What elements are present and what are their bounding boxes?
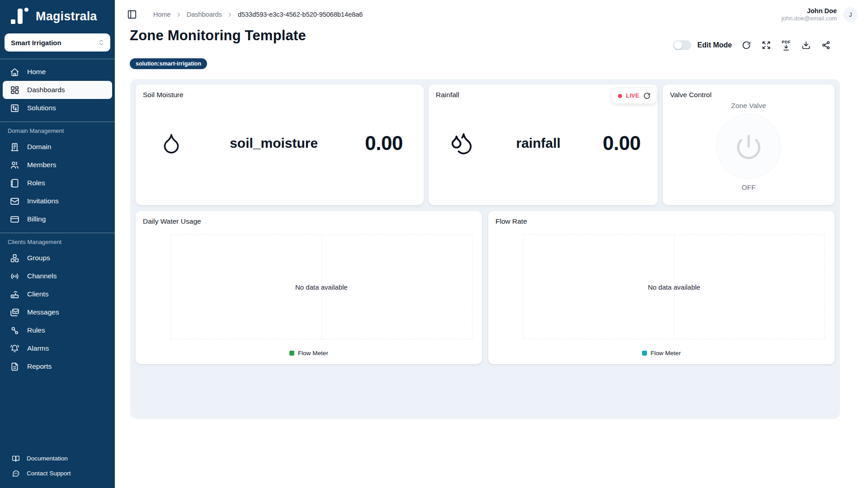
sidebar-item-clients[interactable]: Clients xyxy=(0,285,115,303)
download-icon xyxy=(802,41,811,50)
expand-icon xyxy=(762,41,771,50)
user-email: john.doe@email.com xyxy=(782,15,837,22)
users-icon xyxy=(10,160,19,170)
logo: Magistrala xyxy=(0,0,115,31)
chart-plot-area: No data available xyxy=(523,235,825,339)
building-icon xyxy=(10,142,19,152)
book-open-icon xyxy=(12,455,20,463)
sidebar-item-label: Alarms xyxy=(27,344,49,352)
legend-label: Flow Meter xyxy=(298,350,328,357)
sidebar-item-contact-support[interactable]: Contact Support xyxy=(0,466,115,481)
refresh-button[interactable] xyxy=(736,38,756,52)
boxes-icon xyxy=(10,253,19,263)
sidebar-item-groups[interactable]: Groups xyxy=(0,249,115,267)
breadcrumb-home[interactable]: Home xyxy=(153,11,171,18)
share-button[interactable] xyxy=(816,38,836,52)
chart-legend: Flow Meter xyxy=(136,350,482,357)
sidebar-item-channels[interactable]: Channels xyxy=(0,267,115,285)
workspace-selector[interactable]: Smart Irrigation xyxy=(5,33,110,52)
sidebar-item-reports[interactable]: Reports xyxy=(0,357,115,375)
title-row: Zone Monitoring Template Edit Mode PDF xyxy=(115,22,868,52)
no-data-message: No data available xyxy=(524,283,825,291)
avatar[interactable]: J xyxy=(843,7,858,22)
live-label: LIVE xyxy=(626,93,639,99)
sidebar-item-label: Channels xyxy=(27,272,57,280)
sidebar-item-label: Reports xyxy=(27,362,52,371)
dashboard-toolbar: Edit Mode PDF xyxy=(673,38,836,52)
droplets-icon xyxy=(449,131,474,155)
sidebar-item-label: Groups xyxy=(27,254,50,262)
card-title: Valve Control xyxy=(670,91,827,99)
metric-value: 0.00 xyxy=(365,132,403,155)
fullscreen-button[interactable] xyxy=(756,38,776,52)
router-icon xyxy=(10,290,19,299)
sidebar-item-domain[interactable]: Domain xyxy=(0,138,115,156)
bell-icon xyxy=(10,344,19,353)
sidebar-item-label: Roles xyxy=(27,179,45,187)
refresh-icon[interactable] xyxy=(643,92,651,99)
sidebar-item-members[interactable]: Members xyxy=(0,156,115,174)
radio-icon xyxy=(10,272,19,281)
sidebar-item-label: Dashboards xyxy=(27,86,65,94)
sidebar-item-dashboards[interactable]: Dashboards xyxy=(3,81,112,99)
sidebar-item-billing[interactable]: Billing xyxy=(0,210,115,228)
credit-card-icon xyxy=(10,215,19,224)
sidebar-item-label: Rules xyxy=(27,326,45,334)
sidebar-item-label: Contact Support xyxy=(27,470,71,477)
workflow-icon xyxy=(10,326,19,335)
live-badge: LIVE xyxy=(612,88,656,103)
notebook-icon xyxy=(10,178,19,188)
valve-label: Zone Valve xyxy=(731,102,766,110)
sidebar: Magistrala Smart Irrigation Home Dashboa… xyxy=(0,0,115,488)
sidebar-item-label: Billing xyxy=(27,215,46,223)
chart-legend: Flow Meter xyxy=(488,350,835,357)
chevron-right-icon xyxy=(175,11,182,18)
sidebar-item-rules[interactable]: Rules xyxy=(0,321,115,339)
section-label-domain-management: Domain Management xyxy=(0,122,115,138)
power-icon xyxy=(735,132,763,160)
card-rainfall: Rainfall LIVE rainfall 0.00 xyxy=(429,84,658,205)
dashboard-panel: Soil Moisture soil_moisture 0.00 Rainfal… xyxy=(130,79,840,419)
sidebar-item-label: Clients xyxy=(27,290,48,298)
sidebar-item-label: Members xyxy=(27,161,57,169)
sidebar-item-label: Solutions xyxy=(27,104,56,112)
card-title: Soil Moisture xyxy=(143,91,416,99)
chevrons-up-down-icon xyxy=(98,39,105,46)
chart-plot-area: No data available xyxy=(170,235,472,339)
valve-power-button[interactable] xyxy=(716,114,781,179)
sidebar-nav: Home Dashboards Solutions Domain Managem… xyxy=(0,59,115,375)
panel-left-toggle-icon[interactable] xyxy=(127,9,137,19)
legend-swatch xyxy=(642,351,647,356)
sidebar-item-label: Home xyxy=(27,68,46,76)
sidebar-item-alarms[interactable]: Alarms xyxy=(0,339,115,357)
sidebar-item-solutions[interactable]: Solutions xyxy=(0,99,115,117)
no-data-message: No data available xyxy=(171,283,472,291)
valve-state: OFF xyxy=(742,183,756,192)
logo-text: Magistrala xyxy=(36,9,97,23)
download-to-line-icon xyxy=(783,45,790,51)
card-title: Daily Water Usage xyxy=(143,217,475,225)
sidebar-item-label: Messages xyxy=(27,308,59,316)
refresh-icon xyxy=(742,41,751,50)
download-button[interactable] xyxy=(796,38,816,52)
solutions-icon xyxy=(10,103,19,113)
message-circle-icon xyxy=(12,469,20,478)
legend-label: Flow Meter xyxy=(651,350,681,357)
card-flow-rate: Flow Rate No data available Flow Meter xyxy=(488,211,835,364)
sidebar-item-documentation[interactable]: Documentation xyxy=(0,451,115,466)
breadcrumb: Home Dashboards d533d593-e3c3-4562-b520-… xyxy=(153,11,363,18)
sidebar-item-messages[interactable]: Messages xyxy=(0,303,115,321)
breadcrumb-dashboards[interactable]: Dashboards xyxy=(187,11,222,18)
sidebar-item-roles[interactable]: Roles xyxy=(0,174,115,192)
mail-icon xyxy=(10,197,19,206)
share-icon xyxy=(821,41,830,50)
magistrala-logo-icon xyxy=(11,7,30,25)
edit-mode-toggle[interactable] xyxy=(673,40,691,50)
sidebar-item-home[interactable]: Home xyxy=(0,63,115,81)
sidebar-item-invitations[interactable]: Invitations xyxy=(0,192,115,210)
metric-label: soil_moisture xyxy=(183,136,365,151)
metric-label: rainfall xyxy=(474,136,603,151)
export-pdf-button[interactable]: PDF xyxy=(776,38,796,52)
chevron-right-icon xyxy=(226,11,233,18)
dashboard-icon xyxy=(10,85,19,95)
